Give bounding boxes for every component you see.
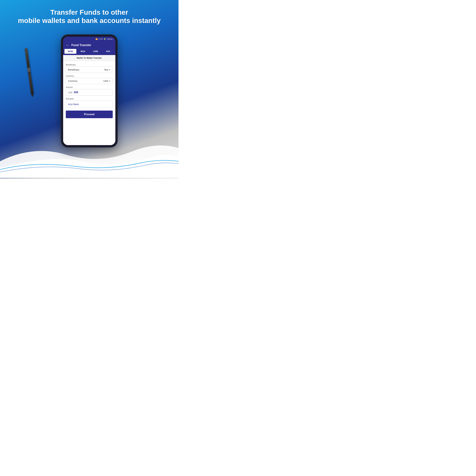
- amount-value: 500: [74, 91, 78, 94]
- remarks-input[interactable]: Azizi Bank: [66, 101, 113, 108]
- header-section: Transfer Funds to other mobile wallets a…: [0, 5, 178, 28]
- tab-a2w[interactable]: A2W: [90, 49, 102, 54]
- currency-dropdown-arrow: ▼: [109, 80, 111, 82]
- beneficiary-selected: Test: [104, 68, 108, 71]
- signal-icon: ╱╱: [98, 38, 100, 40]
- beneficiary-select[interactable]: Beneficiary Test ▼: [66, 67, 113, 73]
- beneficiary-label: Beneficiary: [66, 64, 113, 66]
- amount-group: Amount USD 500: [66, 86, 113, 96]
- currency-value-group: USD ▼: [103, 80, 111, 82]
- tab-a2a[interactable]: A2A: [102, 49, 114, 54]
- back-button[interactable]: ←: [66, 43, 69, 47]
- beneficiary-group: Beneficiary Beneficiary Test ▼: [66, 64, 113, 73]
- headline-line2: mobile wallets and bank accounts instant…: [18, 17, 161, 24]
- proceed-button[interactable]: Proceed: [66, 111, 113, 118]
- remarks-group: Remarks Azizi Bank: [66, 98, 113, 108]
- stylus-tip: [31, 94, 34, 98]
- beneficiary-value-group: Test ▼: [104, 68, 111, 71]
- stylus-button: [27, 68, 30, 72]
- amount-input[interactable]: USD 500: [66, 89, 113, 96]
- app-header: ← Fund Transfer: [63, 41, 115, 49]
- tabs-container: W2W W2A A2W A2A: [63, 49, 115, 55]
- wifi-icon: 📶: [96, 38, 98, 40]
- tab-w2w[interactable]: W2W: [65, 49, 76, 54]
- remarks-label: Remarks: [66, 98, 113, 100]
- phone-mockup: 📶 ╱╱ 80% 🔋 3:35 pm ← Fund Transfer W2W W: [61, 35, 117, 147]
- beneficiary-placeholder: Beneficiary: [68, 68, 79, 71]
- status-icons: 📶 ╱╱ 80% 🔋 3:35 pm: [96, 38, 113, 40]
- currency-select[interactable]: Currency USD ▼: [66, 78, 113, 84]
- currency-selected: USD: [103, 80, 108, 82]
- form-content: Beneficiary Beneficiary Test ▼ Currency …: [63, 61, 115, 145]
- amount-currency-prefix: USD: [68, 91, 72, 94]
- battery-percent: 80%: [100, 38, 103, 40]
- remarks-value: Azizi Bank: [68, 103, 79, 106]
- currency-placeholder: Currency: [68, 80, 77, 82]
- amount-label: Amount: [66, 86, 113, 88]
- status-time: 3:35 pm: [107, 38, 113, 40]
- currency-group: Currency Currency USD ▼: [66, 75, 113, 84]
- tab-w2a[interactable]: W2A: [77, 49, 89, 54]
- status-bar: 📶 ╱╱ 80% 🔋 3:35 pm: [63, 37, 115, 41]
- phone-screen: 📶 ╱╱ 80% 🔋 3:35 pm ← Fund Transfer W2W W: [63, 37, 115, 145]
- headline-text: Transfer Funds to other mobile wallets a…: [3, 8, 175, 25]
- section-subtitle: Wallet To Wallet Transfer: [63, 55, 115, 61]
- battery-icon: 🔋: [104, 38, 106, 40]
- currency-label: Currency: [66, 75, 113, 77]
- beneficiary-dropdown-arrow: ▼: [109, 69, 111, 71]
- phone-frame: 📶 ╱╱ 80% 🔋 3:35 pm ← Fund Transfer W2W W: [61, 35, 117, 147]
- headline-line1: Transfer Funds to other: [50, 8, 128, 16]
- app-title: Fund Transfer: [71, 43, 91, 47]
